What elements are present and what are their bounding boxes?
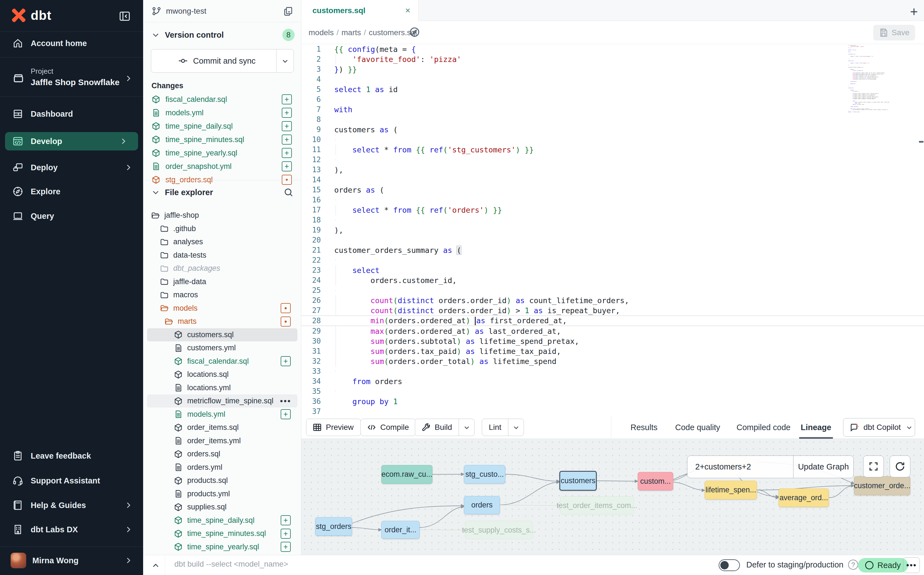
code-line-14[interactable]: 14 <box>301 175 924 185</box>
stage-add-button[interactable]: + <box>281 529 291 539</box>
tree-item-macros[interactable]: macros <box>147 288 297 302</box>
sidebar-item-support-assistant[interactable]: Support Assistant <box>0 472 143 490</box>
new-tab-button[interactable]: + <box>910 4 918 19</box>
tree-item-order-items-sql[interactable]: order_items.sql <box>147 421 297 434</box>
code-line-17[interactable]: 17 select * from {{ ref('orders') }} <box>301 205 924 215</box>
sidebar-project[interactable]: Project Jaffle Shop Snowflake <box>0 62 143 95</box>
code-line-6[interactable]: 6 <box>301 94 924 105</box>
fullscreen-button[interactable] <box>863 456 884 477</box>
lineage-node-ecom[interactable]: ecom.raw_cu... <box>381 465 433 484</box>
command-input[interactable]: dbt build --select <model_name> <box>174 560 288 569</box>
code-editor[interactable]: 1{{ config(meta = {2 'favorite_food': 'p… <box>301 44 924 416</box>
code-line-32[interactable]: 32 sum(orders.order_total) as lifetime_s… <box>301 356 924 366</box>
change-row[interactable]: fiscal_calendar.sql + <box>146 93 298 106</box>
code-line-2[interactable]: 2 'favorite_food': 'pizza' <box>301 54 924 64</box>
code-line-20[interactable]: 20 <box>301 235 924 245</box>
tree-item-metricflow-time-spine-sql[interactable]: metricflow_time_spine.sql••• <box>147 394 297 408</box>
editor-minimap[interactable]: {{ config(meta = { 'favorite_food': 'piz… <box>848 45 894 129</box>
search-icon[interactable] <box>284 187 293 197</box>
code-line-12[interactable]: 12 <box>301 155 924 165</box>
save-button[interactable]: Save <box>873 25 915 40</box>
help-icon[interactable]: ? <box>848 560 858 570</box>
stage-add-button[interactable]: + <box>281 515 291 525</box>
code-line-36[interactable]: 36 group by 1 <box>301 396 924 407</box>
code-line-18[interactable]: 18 <box>301 215 924 225</box>
sidebar-item-account-home[interactable]: Account home <box>0 34 143 52</box>
code-line-5[interactable]: 5select 1 as id <box>301 84 924 94</box>
code-line-23[interactable]: 23 select <box>301 265 924 275</box>
tree-item-supplies-sql[interactable]: supplies.sql <box>147 500 297 514</box>
build-options-dropdown[interactable] <box>459 419 474 436</box>
stage-add-button[interactable]: + <box>282 121 292 131</box>
tree-item-jaffle-shop[interactable]: jaffle-shop <box>147 209 297 222</box>
code-line-15[interactable]: 15orders as ( <box>301 185 924 195</box>
code-line-1[interactable]: 1{{ config(meta = { <box>301 44 924 54</box>
tab-customers-sql[interactable]: customers.sql × <box>301 0 418 21</box>
copy-icon[interactable] <box>283 6 293 17</box>
stage-add-button[interactable]: + <box>281 542 291 552</box>
code-line-9[interactable]: 9customers as ( <box>301 124 924 135</box>
code-line-7[interactable]: 7with <box>301 105 924 114</box>
code-line-29[interactable]: 29 max(orders.ordered_at) as last_ordere… <box>301 326 924 336</box>
sidebar-user[interactable]: Mirna Wong <box>0 548 143 573</box>
sidebar-item-develop[interactable]: Develop <box>5 132 138 151</box>
sidebar-item-dbt-labs-dx[interactable]: dbt Labs DX <box>0 520 143 539</box>
close-icon[interactable]: × <box>405 5 410 16</box>
code-line-30[interactable]: 30 sum(orders.subtotal) as lifetime_spen… <box>301 336 924 346</box>
code-line-26[interactable]: 26 count(distinct orders.order_id) as co… <box>301 295 924 305</box>
lineage-node-cust_orde[interactable]: customer_orde... <box>854 476 910 495</box>
tab-code-quality[interactable]: Code quality <box>675 416 720 439</box>
code-line-11[interactable]: 11 select * from {{ ref('stg_customers')… <box>301 145 924 155</box>
code-line-21[interactable]: 21customer_orders_summary as ( <box>301 245 924 255</box>
sidebar-item-help-guides[interactable]: Help & Guides <box>0 496 143 515</box>
lint-options-dropdown[interactable] <box>508 419 524 436</box>
defer-toggle[interactable] <box>719 559 740 571</box>
sidebar-item-query[interactable]: Query <box>0 207 143 225</box>
tree-item-order-items-yml[interactable]: order_items.yml <box>147 434 297 448</box>
sidebar-collapse-icon[interactable] <box>119 10 131 22</box>
stage-add-button[interactable]: + <box>282 94 292 105</box>
stage-add-button[interactable]: + <box>282 135 292 145</box>
tree-item-time-spine-minutes-sql[interactable]: time_spine_minutes.sql+ <box>147 527 297 540</box>
code-line-37[interactable]: 37 <box>301 407 924 416</box>
tab-lineage[interactable]: Lineage <box>801 416 831 439</box>
code-line-4[interactable]: 4 <box>301 74 924 84</box>
tree-item-analyses[interactable]: analyses <box>147 235 297 248</box>
refresh-button[interactable] <box>890 456 910 477</box>
lineage-node-custom[interactable]: custom... <box>638 472 673 491</box>
sidebar-item-explore[interactable]: Explore <box>0 182 143 201</box>
tree-item-locations-sql[interactable]: locations.sql <box>147 368 297 381</box>
tree-item-customers-sql[interactable]: customers.sql <box>147 328 297 342</box>
commit-options-dropdown[interactable] <box>276 49 293 72</box>
change-row[interactable]: models.yml + <box>146 106 298 119</box>
tree-item-products-sql[interactable]: products.sql <box>147 474 297 487</box>
sidebar-item-deploy[interactable]: Deploy <box>0 158 143 177</box>
file-explorer-header[interactable]: File explorer <box>143 183 301 202</box>
code-line-35[interactable]: 35 <box>301 386 924 396</box>
tree-item-marts[interactable]: marts• <box>147 315 297 328</box>
git-branch[interactable]: mwong-test <box>152 6 206 16</box>
commit-and-sync-button[interactable]: Commit and sync <box>151 49 294 73</box>
editor-scrollbar[interactable] <box>919 141 924 143</box>
code-line-27[interactable]: 27 count(distinct orders.order_id) > 1 a… <box>301 305 924 315</box>
code-line-24[interactable]: 24 orders.customer_id, <box>301 275 924 285</box>
build-button[interactable]: Build <box>415 419 475 436</box>
code-line-10[interactable]: 10 <box>301 135 924 145</box>
change-row[interactable]: time_spine_minutes.sql + <box>146 133 298 146</box>
code-line-3[interactable]: 3}) }} <box>301 64 924 74</box>
code-line-19[interactable]: 19), <box>301 225 924 235</box>
dbt-copilot-button[interactable]: dbt Copilot <box>843 418 915 437</box>
stage-add-button[interactable]: + <box>282 108 292 118</box>
compass-icon[interactable] <box>409 27 420 38</box>
lineage-node-stg_orders[interactable]: stg_orders <box>315 517 352 536</box>
tab-results[interactable]: Results <box>631 416 658 439</box>
status-badge[interactable]: Ready <box>858 558 908 572</box>
tab-compiled-code[interactable]: Compiled code <box>737 416 790 439</box>
version-control-header[interactable]: Version control 8 <box>143 26 301 44</box>
lint-button[interactable]: Lint <box>482 419 524 436</box>
code-line-25[interactable]: 25 <box>301 285 924 295</box>
code-line-22[interactable]: 22 <box>301 255 924 265</box>
change-row[interactable]: time_spine_yearly.sql + <box>146 146 298 160</box>
lineage-selector-input[interactable]: 2+customers+2 <box>688 456 793 478</box>
sidebar-item-dashboard[interactable]: Dashboard <box>0 105 143 123</box>
